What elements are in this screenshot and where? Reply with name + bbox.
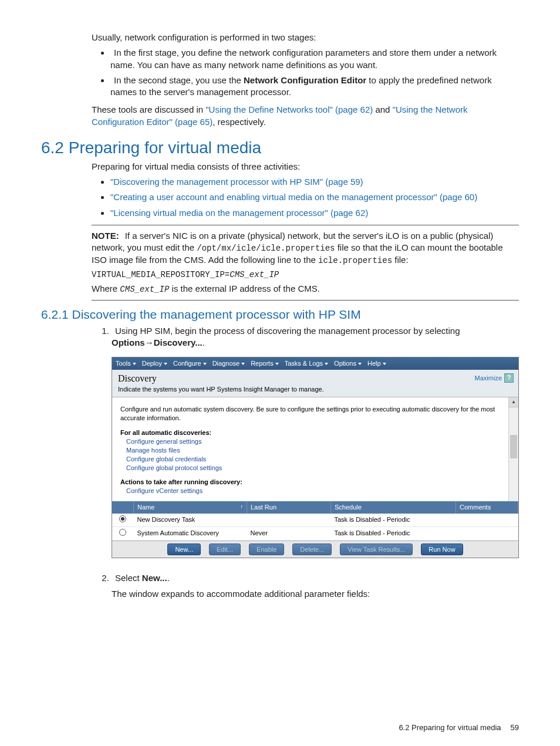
caret-down-icon — [358, 363, 362, 365]
sim-title: Discovery — [118, 372, 512, 385]
menu-deploy[interactable]: Deploy — [142, 359, 167, 368]
view-task-results-button[interactable]: View Task Results... — [340, 544, 413, 556]
caret-down-icon — [241, 363, 245, 365]
note-after: Where CMS_ext_IP is the external IP addr… — [92, 283, 519, 295]
menu-configure[interactable]: Configure — [173, 359, 207, 368]
link-discovering-mp[interactable]: "Discovering the management processor wi… — [110, 177, 363, 187]
menu-tools[interactable]: Tools — [116, 359, 136, 368]
scrollbar[interactable]: ▲ — [508, 397, 518, 501]
caret-down-icon — [325, 363, 328, 365]
tools-discussed: These tools are discussed in "Using the … — [92, 104, 519, 128]
delete-button[interactable]: Delete... — [292, 544, 332, 556]
sec62-lead: Preparing for virtual media consists of … — [92, 161, 519, 173]
link-global-protocol[interactable]: Configure global protocol settings — [126, 464, 510, 472]
heading-6-2: 6.2 Preparing for virtual media — [41, 139, 519, 157]
menu-options[interactable]: Options — [334, 359, 362, 368]
scroll-up-icon[interactable]: ▲ — [509, 397, 518, 407]
caret-down-icon — [275, 363, 279, 365]
run-now-button[interactable]: Run Now — [421, 544, 463, 556]
col-comments[interactable]: Comments — [456, 501, 518, 514]
table-row[interactable]: New Discovery Task Task is Disabled - Pe… — [112, 514, 518, 526]
sim-sect2-title: Actions to take after running discovery: — [120, 478, 510, 487]
step-2-after: The window expands to accommodate additi… — [112, 588, 519, 600]
note-body: NOTE:If a server's NIC is on a private (… — [92, 230, 519, 266]
menu-diagnose[interactable]: Diagnose — [212, 359, 245, 368]
col-schedule[interactable]: Schedule — [331, 501, 456, 514]
page-footer: 6.2 Preparing for virtual media59 — [399, 723, 519, 732]
scroll-thumb[interactable] — [510, 435, 517, 458]
help-icon[interactable]: ? — [504, 373, 514, 383]
caret-down-icon — [133, 363, 136, 365]
link-define-networks[interactable]: "Using the Define Networks tool" (page 6… — [205, 104, 373, 114]
stage-bullet-2: In the second stage, you use the Network… — [110, 75, 519, 99]
stages-lead: Usually, network configuration is perfor… — [92, 32, 519, 43]
col-name[interactable]: Name↑ — [134, 501, 247, 514]
hp-sim-screenshot: Tools Deploy Configure Diagnose Reports … — [112, 357, 519, 558]
sim-body-intro: Configure and run automatic system disco… — [120, 405, 510, 423]
rule-bottom — [92, 300, 519, 301]
heading-6-2-1: 6.2.1 Discovering the management process… — [41, 308, 519, 322]
table-row[interactable]: System Automatic Discovery Never Task is… — [112, 526, 518, 540]
enable-button[interactable]: Enable — [249, 544, 284, 556]
sim-sect1-title: For all automatic discoveries: — [120, 428, 510, 437]
link-creating-user[interactable]: "Creating a user account and enabling vi… — [110, 192, 477, 202]
caret-down-icon — [164, 363, 167, 365]
maximize-link[interactable]: Maximize — [475, 374, 502, 383]
radio-selected-icon[interactable] — [119, 515, 126, 522]
sim-subtitle: Indicate the systems you want HP Systems… — [118, 385, 512, 394]
sim-menubar: Tools Deploy Configure Diagnose Reports … — [112, 357, 518, 370]
sort-asc-icon: ↑ — [241, 503, 244, 510]
link-manage-hosts[interactable]: Manage hosts files — [126, 446, 510, 455]
step-2: Select New.... The window expands to acc… — [112, 572, 519, 600]
radio-unselected-icon[interactable] — [119, 529, 126, 536]
menu-tasks-logs[interactable]: Tasks & Logs — [285, 359, 328, 368]
caret-down-icon — [203, 363, 207, 365]
sim-header: Discovery Indicate the systems you want … — [112, 370, 518, 397]
step-1: Using HP SIM, begin the process of disco… — [112, 325, 519, 559]
link-general-settings[interactable]: Configure general settings — [126, 437, 510, 446]
menu-help[interactable]: Help — [367, 359, 386, 368]
link-global-credentials[interactable]: Configure global credentials — [126, 455, 510, 464]
caret-down-icon — [383, 363, 386, 365]
menu-reports[interactable]: Reports — [251, 359, 279, 368]
sim-body: ▲ Configure and run automatic system dis… — [112, 397, 518, 501]
rule-top — [92, 225, 519, 225]
note-code: VIRTUAL_MEDIA_REPOSITORY_IP=CMS_ext_IP — [92, 270, 519, 279]
link-vcenter-settings[interactable]: Configure vCenter settings — [126, 487, 510, 495]
sim-buttonbar: New... Edit... Enable Delete... View Tas… — [112, 541, 518, 558]
discovery-task-table: Name↑ Last Run Schedule Comments New Dis… — [112, 501, 518, 541]
link-licensing-media[interactable]: "Licensing virtual media on the manageme… — [110, 208, 368, 218]
edit-button[interactable]: Edit... — [209, 544, 241, 556]
stage-bullet-1: In the first stage, you define the netwo… — [110, 47, 519, 71]
col-last-run[interactable]: Last Run — [247, 501, 331, 514]
new-button[interactable]: New... — [167, 544, 201, 556]
